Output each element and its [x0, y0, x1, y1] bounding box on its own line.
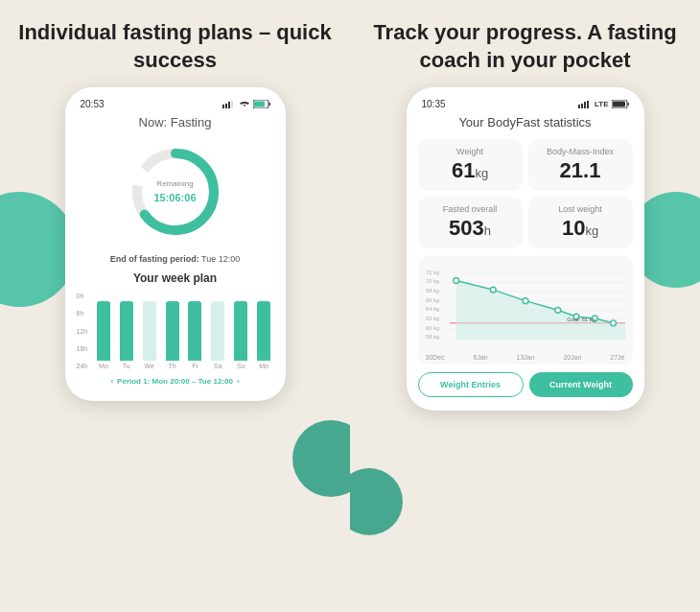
svg-text:70 kg: 70 kg	[425, 279, 438, 285]
svg-point-35	[523, 298, 528, 304]
left-status-time: 20:53	[81, 99, 105, 109]
remaining-time: 15:06:06	[153, 192, 196, 203]
left-title: Individual fasting plans – quick success	[14, 19, 336, 74]
y-axis: 0h 6h 12h 18h 24h	[77, 293, 88, 369]
stats-grid: Weight 61kg Body-Mass-Index 21.1 Fasted …	[418, 139, 633, 248]
svg-point-33	[453, 278, 458, 284]
bar-col-tu: Tu	[116, 301, 136, 369]
svg-rect-15	[613, 102, 625, 107]
stat-weight: Weight 61kg	[418, 139, 523, 191]
week-chart: 0h 6h 12h 18h 24h Mo Tu We	[77, 293, 274, 369]
period-row: ‹ Period 1: Mon 20:00 – Tue 12:00 ›	[77, 377, 274, 386]
stat-weight-value: 61kg	[428, 158, 513, 183]
stat-fasted-value: 503h	[428, 216, 513, 241]
svg-rect-3	[231, 101, 233, 108]
svg-rect-2	[228, 102, 230, 108]
svg-text:64 kg: 64 kg	[425, 306, 438, 312]
bar-col-th: Th	[162, 301, 182, 369]
period-label: Period 1: Mon 20:00 – Tue 12:00	[117, 377, 233, 386]
svg-text:Goal: 61 kg: Goal: 61 kg	[567, 317, 595, 322]
stat-fasted: Fasted overall 503h	[418, 197, 523, 248]
svg-text:58 kg: 58 kg	[425, 334, 438, 340]
signal-icon	[222, 101, 236, 108]
line-chart-svg: 72 kg 70 kg 68 kg 66 kg 64 kg 62 kg 60 k…	[424, 262, 627, 348]
svg-rect-16	[627, 103, 629, 106]
remaining-label: Remaining	[153, 179, 196, 188]
right-panel: Track your progress. A fasting coach in …	[350, 0, 700, 612]
left-status-icons	[222, 100, 270, 108]
battery-icon-r	[612, 100, 629, 108]
bar-col-we: We	[139, 301, 159, 369]
right-status-icons: LTE	[578, 100, 629, 108]
svg-text:72 kg: 72 kg	[425, 270, 438, 275]
battery-icon	[253, 100, 270, 108]
bar-su	[234, 301, 247, 361]
bar-col-sa: Sa	[208, 301, 228, 369]
end-value: Tue 12:00	[201, 254, 240, 264]
bar-fr	[188, 301, 201, 361]
bar-th	[166, 301, 179, 361]
svg-rect-11	[581, 104, 583, 108]
svg-rect-12	[584, 102, 586, 108]
bar-col-su: Su	[231, 301, 251, 369]
wifi-icon	[239, 101, 250, 108]
bar-mo2	[257, 301, 270, 361]
bar-col-mo: Mo	[94, 301, 114, 369]
week-plan-title: Your week plan	[77, 271, 274, 285]
end-label: End of fasting period:	[110, 254, 199, 264]
svg-rect-1	[225, 104, 227, 108]
bar-we	[143, 301, 156, 361]
svg-text:60 kg: 60 kg	[425, 325, 438, 331]
right-status-bar: 10:35 LTE	[418, 99, 633, 109]
svg-text:68 kg: 68 kg	[425, 288, 438, 294]
stat-lost: Lost weight 10kg	[528, 197, 633, 248]
left-status-bar: 20:53	[77, 99, 274, 109]
left-panel: Individual fasting plans – quick success…	[0, 0, 350, 612]
stat-bmi: Body-Mass-Index 21.1	[528, 139, 633, 191]
donut-container: Remaining 15:06:06	[77, 139, 274, 245]
chart-x-labels: 30Dec 6Jan 13Jan 20Jan 27Je	[424, 354, 627, 361]
stat-lost-value: 10kg	[538, 216, 623, 241]
svg-rect-0	[222, 105, 224, 108]
svg-point-34	[490, 287, 496, 293]
lte-badge: LTE	[595, 100, 609, 108]
bar-tu	[120, 301, 133, 361]
chart-bars: Mo Tu We Th Fr	[94, 293, 274, 369]
right-phone-mockup: 10:35 LTE Your BodyFast statistics	[407, 87, 644, 411]
weight-entries-button[interactable]: Weight Entries	[418, 372, 524, 397]
line-chart-container: 72 kg 70 kg 68 kg 66 kg 64 kg 62 kg 60 k…	[418, 256, 633, 365]
donut-center: Remaining 15:06:06	[153, 179, 196, 205]
svg-point-39	[610, 320, 616, 326]
stat-bmi-value: 21.1	[538, 158, 623, 183]
svg-rect-6	[268, 103, 270, 106]
svg-rect-13	[587, 101, 589, 108]
bar-col-fr: Fr	[185, 301, 205, 369]
svg-text:66 kg: 66 kg	[425, 297, 438, 303]
current-weight-button[interactable]: Current Weight	[529, 372, 633, 397]
signal-icon-r	[578, 101, 592, 108]
svg-rect-5	[254, 102, 265, 107]
bar-col-mo2: Mo	[254, 301, 274, 369]
stat-fasted-label: Fasted overall	[428, 204, 513, 214]
stats-title: Your BodyFast statistics	[418, 115, 633, 129]
now-fasting-label: Now: Fasting	[77, 115, 274, 129]
stat-weight-label: Weight	[428, 147, 513, 156]
left-phone-mockup: 20:53 Now: Fasting	[65, 87, 286, 401]
bar-mo	[97, 301, 110, 361]
bar-sa	[211, 301, 224, 361]
right-title: Track your progress. A fasting coach in …	[364, 19, 686, 74]
svg-point-36	[554, 308, 560, 314]
right-status-time: 10:35	[422, 99, 446, 109]
svg-text:62 kg: 62 kg	[425, 316, 438, 321]
buttons-row: Weight Entries Current Weight	[418, 372, 633, 397]
svg-rect-10	[578, 105, 580, 108]
stat-lost-label: Lost weight	[538, 204, 623, 214]
stat-bmi-label: Body-Mass-Index	[538, 147, 623, 156]
end-fasting: End of fasting period: Tue 12:00	[77, 254, 274, 264]
